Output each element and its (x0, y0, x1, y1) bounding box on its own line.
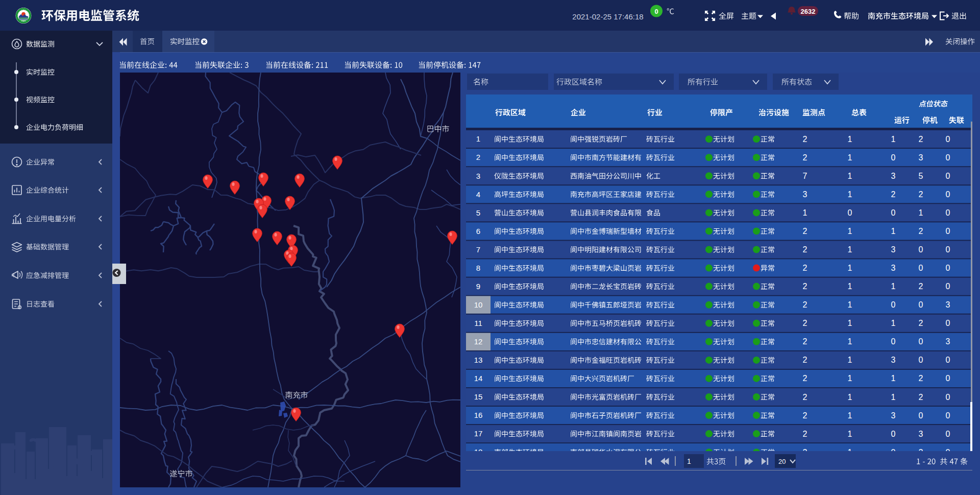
svg-text:2021-02-25 17:46:18: 2021-02-25 17:46:18 (572, 12, 643, 21)
svg-text:0: 0 (654, 8, 658, 15)
svg-text:2632: 2632 (801, 8, 816, 15)
